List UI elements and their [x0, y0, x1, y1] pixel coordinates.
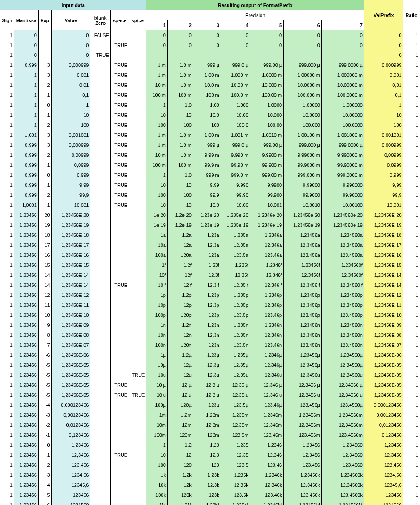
cell [90, 170, 110, 180]
cell: -2 [38, 150, 51, 160]
cell: 123.456n [284, 340, 322, 350]
cell: 100 [364, 120, 403, 130]
cell: 123.4560a [321, 250, 364, 260]
cell [129, 430, 146, 440]
p4-header: 4 [221, 20, 250, 30]
cell: 1 [0, 270, 14, 280]
cell: 1 [403, 30, 420, 40]
cell: 100p [146, 310, 168, 320]
cell: 1,23456E-15 [51, 260, 90, 270]
cell: 1,23456 [14, 500, 38, 505]
cell: 10 u [146, 390, 168, 400]
cell: 1,23456E-10 [51, 310, 90, 320]
cell: 12.35 µ [221, 380, 250, 390]
cell: 123.5p [221, 310, 250, 320]
cell: TRUE [110, 140, 129, 150]
cell: 10m [146, 420, 168, 430]
cell [129, 280, 146, 290]
cell: 123.456m [284, 430, 322, 440]
cell: 123.5m [221, 430, 250, 440]
cell: 1 [403, 450, 420, 460]
cell: 1.23a [193, 230, 221, 240]
cell: 12.346m [250, 420, 283, 430]
cell: 123.4560m [321, 430, 364, 440]
cell: -1 [38, 430, 51, 440]
cell: 1,23456 [14, 420, 38, 430]
cell: 3 [38, 470, 51, 480]
cell: -8 [38, 330, 51, 340]
cell: 1,23456 [14, 370, 38, 380]
cell: 12.34560u [321, 370, 364, 380]
table-row: 11,23456-111,23456E-1110p12p12.3p12.35p1… [0, 300, 420, 310]
cell: -5 [38, 380, 51, 390]
cell: TRUE [110, 120, 129, 130]
cell: 1.00 m [193, 130, 221, 140]
cell: 0,000123456 [51, 400, 90, 410]
cell: 9.990000 m [321, 150, 364, 160]
cell: -10 [38, 310, 51, 320]
cell: 1 [0, 420, 14, 430]
cell: 100 m [193, 90, 221, 100]
cell: 123µ [193, 400, 221, 410]
cell [129, 450, 146, 460]
cell: 0 [221, 40, 250, 50]
cell: 12.3456µ [284, 360, 322, 370]
cell [90, 380, 110, 390]
table-row: 10,99919,99TRUE10109.999.9909.99009.9900… [0, 180, 420, 190]
cell: 1.0 [167, 170, 193, 180]
cell: 1,23456E-05 [51, 370, 90, 380]
cell: 1,23456E-14 [364, 280, 403, 290]
cell: 12.34560 [321, 450, 364, 460]
p7-header: 7 [321, 20, 364, 30]
cell: 1234560 [364, 500, 403, 505]
cell: 1,23456E-17 [364, 240, 403, 250]
cell [129, 470, 146, 480]
cell: 100 [167, 190, 193, 200]
table-row: 11,23456-121,23456E-121p1.2p1.23p1.235p1… [0, 290, 420, 300]
cell: 1 [0, 170, 14, 180]
cell: 12.3 [193, 450, 221, 460]
cell: 123.46k [250, 490, 283, 500]
cell: 1.234560n [321, 320, 364, 330]
cell: 999 m [193, 170, 221, 180]
cell: 999.00 µ [250, 60, 283, 70]
cell [38, 30, 51, 40]
spice-header: spice [129, 10, 146, 30]
cell: 9.990 m [221, 150, 250, 160]
cell [129, 250, 146, 260]
cell: 10 [146, 200, 168, 210]
cell: 1 [403, 90, 420, 100]
cell [110, 360, 129, 370]
cell [221, 50, 250, 60]
cell: 2 [38, 120, 51, 130]
cell [129, 180, 146, 190]
cell: 123.4560n [321, 340, 364, 350]
cell: 1.23k [193, 470, 221, 480]
cell: 999.0 µ [221, 60, 250, 70]
cell: 9.990000 [321, 180, 364, 190]
cell: 123.456p [284, 310, 322, 320]
cell: 1 [0, 30, 14, 40]
cell [38, 40, 51, 50]
cell: 100 m [146, 160, 168, 170]
cell [110, 300, 129, 310]
cell: 12.346f [250, 270, 283, 280]
cell [129, 80, 146, 90]
cell: 1 [0, 340, 14, 350]
output-header: Resulting output of FormatPrefix [146, 0, 364, 10]
cell: 100.000 [284, 120, 322, 130]
cell: 0,001 [51, 70, 90, 80]
cell: 1 [403, 70, 420, 80]
cell: 0 [14, 50, 38, 60]
cell: TRUE [110, 80, 129, 90]
cell: 12.35µ [221, 360, 250, 370]
cell: 1.23e-20 [193, 210, 221, 220]
cell: 1 [403, 290, 420, 300]
input-header: Input data [0, 0, 146, 10]
cell: 0 [38, 100, 51, 110]
cell: 1.23m [193, 410, 221, 420]
cell: 1.23456e-19 [284, 220, 322, 230]
cell: 1 [403, 440, 420, 450]
table-row: 11,23456-51,23456E-05TRUE10 µ12 µ12.3 µ1… [0, 380, 420, 390]
cell: 1,23456 [14, 270, 38, 280]
